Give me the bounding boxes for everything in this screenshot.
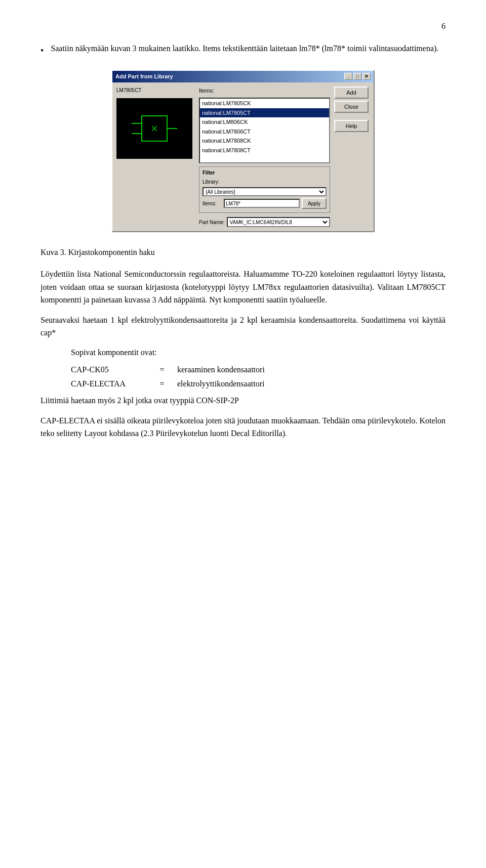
dialog-title: Add Part from Library (115, 72, 173, 81)
comp-eq-1: = (147, 364, 177, 376)
add-button[interactable]: Add (334, 86, 369, 99)
items-label: Items: (199, 86, 330, 95)
comp-desc-1: keraaminen kondensaattori (177, 364, 446, 376)
library-label: Library: (202, 178, 222, 186)
library-select[interactable]: {All Libraries} (202, 187, 327, 196)
apply-button[interactable]: Apply (302, 198, 327, 209)
dialog-container: Add Part from Library _ □ ✕ LM7805CT (40, 70, 446, 232)
dialog-titlebar: Add Part from Library _ □ ✕ (112, 71, 374, 82)
part-name-field-label: Part Name: (199, 219, 225, 226)
minimize-button[interactable]: _ (344, 73, 352, 80)
list-item[interactable]: national:LM7808CT (200, 146, 329, 155)
comp-name-1: CAP-CK05 (71, 364, 147, 376)
component-table: CAP-CK05 = keraaminen kondensaattori CAP… (71, 364, 446, 390)
list-item[interactable]: national:LM7806CT (200, 127, 329, 137)
close-dialog-button[interactable]: Close (334, 101, 369, 113)
filter-group: Filter Library: {All Libraries} Items: A… (199, 166, 330, 213)
close-button[interactable]: ✕ (362, 73, 371, 80)
bullet-dot: • (40, 44, 44, 58)
items-filter-input[interactable] (224, 199, 300, 208)
dialog-titlebar-buttons: _ □ ✕ (344, 73, 371, 80)
items-listbox[interactable]: national:LM7805CK national:LM7805CT nati… (199, 98, 330, 163)
paragraph-1: Löydettiin lista National Semiconductors… (40, 268, 446, 307)
component-row-1: CAP-CK05 = keraaminen kondensaattori (71, 364, 446, 376)
help-button[interactable]: Help (334, 120, 369, 132)
library-row: Library: (202, 178, 327, 186)
list-item[interactable]: national:LM7805CK (200, 99, 329, 108)
items-filter-label: Items: (202, 200, 222, 207)
components-intro: Sopivat komponentit ovat: (71, 346, 446, 359)
paragraph-4: Liittimiä haetaan myös 2 kpl jotka ovat … (40, 394, 446, 407)
comp-eq-2: = (147, 378, 177, 390)
part-name-row: Part Name: VAMK_IC:LMC6482IN/DIL8 (199, 217, 330, 227)
part-svg (127, 106, 182, 151)
part-name-display: LM7805CT (116, 86, 195, 94)
part-preview (116, 98, 192, 159)
bullet-section: • Saatiin näkymään kuvan 3 mukainen laat… (40, 42, 446, 58)
dialog-left-panel: LM7805CT (116, 86, 195, 228)
bullet-item: • Saatiin näkymään kuvan 3 mukainen laat… (40, 42, 446, 58)
figure-caption: Kuva 3. Kirjastokomponentin haku (40, 246, 446, 258)
comp-name-2: CAP-ELECTAA (71, 378, 147, 390)
dialog-middle-panel: Items: national:LM7805CK national:LM7805… (199, 86, 330, 228)
list-item-selected[interactable]: national:LM7805CT (200, 108, 329, 118)
paragraph-2: Seuraavaksi haetaan 1 kpl elektrolyyttik… (40, 314, 446, 339)
dialog-box: Add Part from Library _ □ ✕ LM7805CT (111, 70, 375, 232)
page-number: 6 (40, 20, 446, 32)
filter-legend: Filter (202, 169, 327, 177)
components-intro-text: Sopivat komponentit ovat: (71, 346, 446, 359)
part-name-select[interactable]: VAMK_IC:LMC6482IN/DIL8 (227, 217, 330, 227)
bullet-text: Saatiin näkymään kuvan 3 mukainen laatik… (51, 42, 446, 55)
component-row-2: CAP-ELECTAA = elektrolyyttikondensaattor… (71, 378, 446, 390)
maximize-button[interactable]: □ (353, 73, 361, 80)
dialog-right-panel: Add Close Help (334, 86, 370, 228)
comp-desc-2: elektrolyyttikondensaattori (177, 378, 446, 390)
paragraph-5: CAP-ELECTAA ei sisällä oikeata piirilevy… (40, 414, 446, 440)
list-item[interactable]: national:LM7808CK (200, 136, 329, 146)
dialog-body: LM7805CT (112, 82, 374, 232)
items-filter-row: Items: Apply (202, 198, 327, 209)
list-item[interactable]: national:LM806CK (200, 117, 329, 127)
library-select-row: {All Libraries} (202, 187, 327, 196)
